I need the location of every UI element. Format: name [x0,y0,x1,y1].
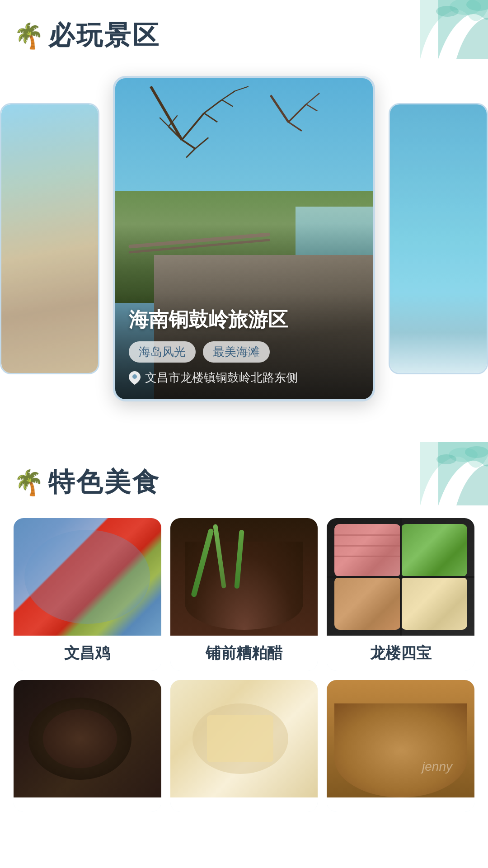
food-item-glutinous-vinegar[interactable]: 铺前糟粕醋 [170,518,318,671]
palm-icon-scenic: 🌴 [14,22,44,50]
svg-line-12 [160,118,169,127]
scenic-section: 🌴 必玩景区 [0,0,488,447]
svg-line-6 [204,100,222,113]
svg-point-24 [436,454,456,464]
food-label-wenchang-chicken: 文昌鸡 [14,636,161,671]
scenic-carousel[interactable]: 海南铜鼓岭旅游区 海岛风光 最美海滩 文昌市龙楼镇铜鼓岭北路东侧 [0,62,488,424]
food-label-glutinous-vinegar: 铺前糟粕醋 [170,636,318,671]
food-img-4 [14,680,161,797]
card-center-overlay: 海南铜鼓岭旅游区 海岛风光 最美海滩 文昌市龙楼镇铜鼓岭北路东侧 [115,293,373,399]
food-item-5[interactable] [170,680,318,812]
svg-point-1 [466,0,488,11]
food-deco-svg [330,442,488,505]
tag-island-scenery: 海岛风光 [129,341,196,363]
svg-line-4 [182,113,204,140]
card-center-title: 海南铜鼓岭旅游区 [129,307,359,333]
food-grid: 文昌鸡 铺前糟粕醋 [0,509,488,821]
food-label-6 [327,797,474,812]
food-item-6[interactable]: jenny [327,680,474,812]
card-location: 文昌市龙楼镇铜鼓岭北路东侧 [129,370,359,386]
svg-line-16 [271,95,288,122]
svg-line-5 [182,140,195,149]
tag-best-beach: 最美海滩 [203,341,270,363]
svg-point-23 [465,446,488,458]
svg-line-9 [222,100,233,107]
scenic-section-title: 必玩景区 [48,18,160,53]
svg-point-2 [436,6,459,17]
carousel-track: 海南铜鼓岭旅游区 海岛风光 最美海滩 文昌市龙楼镇铜鼓岭北路东侧 [0,76,488,401]
svg-line-20 [306,104,318,111]
location-text: 文昌市龙楼镇铜鼓岭北路东侧 [145,370,298,386]
card-tags: 海岛风光 最美海滩 [129,341,359,363]
svg-point-21 [132,374,137,379]
food-header: 🌴 特色美食 [0,447,488,509]
svg-line-15 [186,149,195,158]
food-item-longlou-four[interactable]: 龙楼四宝 [327,518,474,671]
svg-line-10 [235,86,248,91]
food-img-wenchang-chicken [14,518,161,636]
food-img-5 [170,680,318,797]
location-icon [129,371,141,385]
food-img-glutinous-vinegar [170,518,318,636]
carousel-card-left[interactable] [0,103,99,374]
svg-line-7 [204,113,217,122]
palm-icon-food: 🌴 [14,468,44,497]
svg-line-14 [195,137,208,149]
food-label-5 [170,797,318,812]
scenic-deco-svg [330,0,488,59]
svg-point-0 [450,0,481,15]
food-item-wenchang-chicken[interactable]: 文昌鸡 [14,518,161,671]
carousel-card-right[interactable] [389,103,488,374]
svg-line-18 [288,122,301,131]
svg-line-3 [151,86,182,140]
svg-line-8 [222,91,235,100]
food-item-4[interactable] [14,680,161,812]
food-img-longlou-four [327,518,474,636]
carousel-card-center[interactable]: 海南铜鼓岭旅游区 海岛风光 最美海滩 文昌市龙楼镇铜鼓岭北路东侧 [113,76,375,401]
food-section: 🌴 特色美食 文昌鸡 [0,447,488,848]
scenic-header: 🌴 必玩景区 [0,0,488,62]
food-label-4 [14,797,161,812]
food-img-6: jenny [327,680,474,797]
svg-line-19 [306,93,319,104]
svg-point-22 [449,448,478,462]
svg-line-17 [288,104,306,122]
food-section-title: 特色美食 [48,465,160,500]
food-label-longlou-four: 龙楼四宝 [327,636,474,671]
